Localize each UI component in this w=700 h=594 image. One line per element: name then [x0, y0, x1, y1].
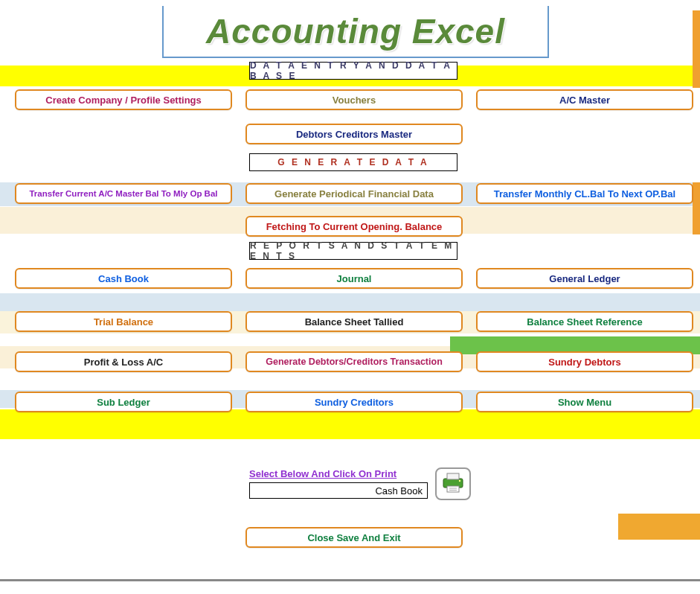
- print-label: Select Below And Click On Print: [249, 468, 396, 479]
- bg-stripe-blue-2: [0, 293, 700, 311]
- svg-rect-1: [447, 473, 459, 479]
- cash-book-button[interactable]: Cash Book: [15, 268, 232, 289]
- vouchers-button[interactable]: Vouchers: [245, 89, 463, 110]
- generate-periodical-button[interactable]: Generate Periodical Financial Data: [245, 183, 463, 204]
- profit-loss-button[interactable]: Profit & Loss A/C: [15, 351, 232, 372]
- transfer-current-button[interactable]: Transfer Current A/C Master Bal To Mly O…: [15, 183, 232, 204]
- sub-ledger-button[interactable]: Sub Ledger: [15, 392, 232, 412]
- general-ledger-button[interactable]: General Ledger: [476, 268, 693, 289]
- app-title: Accounting Excel: [206, 11, 505, 51]
- show-menu-button[interactable]: Show Menu: [476, 392, 693, 412]
- transfer-monthly-button[interactable]: Transfer Monthly CL.Bal To Next OP.Bal: [476, 183, 693, 204]
- bg-orange-3: [618, 514, 700, 540]
- printer-icon: [440, 471, 466, 496]
- print-select-value: Cash Book: [375, 485, 423, 496]
- section-generate: G E N E R A T E D A T A: [249, 153, 457, 171]
- bg-orange-2: [693, 182, 700, 234]
- debtors-creditors-master-button[interactable]: Debtors Creditors Master: [245, 124, 463, 144]
- bg-orange-1: [693, 10, 700, 88]
- section-reports: R E P O R T S A N D S T A T E M E N T S: [249, 242, 457, 260]
- fetching-button[interactable]: Fetching To Current Opening. Balance: [245, 216, 463, 237]
- print-button[interactable]: [435, 467, 471, 500]
- bg-stripe-yellow-2: [0, 409, 700, 439]
- close-save-exit-button[interactable]: Close Save And Exit: [245, 527, 463, 548]
- sundry-debtors-button[interactable]: Sundry Debtors: [476, 351, 693, 372]
- section-data-entry: D A T A E N T R Y A N D D A T A B A S E: [249, 62, 457, 80]
- create-company-button[interactable]: Create Company / Profile Settings: [15, 89, 232, 110]
- title-box: Accounting Excel: [162, 6, 549, 58]
- trial-balance-button[interactable]: Trial Balance: [15, 311, 232, 332]
- bottom-border: [0, 579, 700, 581]
- journal-button[interactable]: Journal: [245, 268, 463, 289]
- balance-sheet-tallied-button[interactable]: Balance Sheet Tallied: [245, 311, 463, 332]
- gen-debtors-creditors-button[interactable]: Generate Debtors/Creditors Transaction: [245, 351, 463, 372]
- svg-point-5: [459, 480, 460, 482]
- ac-master-button[interactable]: A/C Master: [476, 89, 693, 110]
- print-select[interactable]: Cash Book: [249, 482, 428, 499]
- balance-sheet-reference-button[interactable]: Balance Sheet Reference: [476, 311, 693, 332]
- sundry-creditors-button[interactable]: Sundry Creditors: [245, 392, 463, 412]
- svg-rect-2: [447, 486, 459, 492]
